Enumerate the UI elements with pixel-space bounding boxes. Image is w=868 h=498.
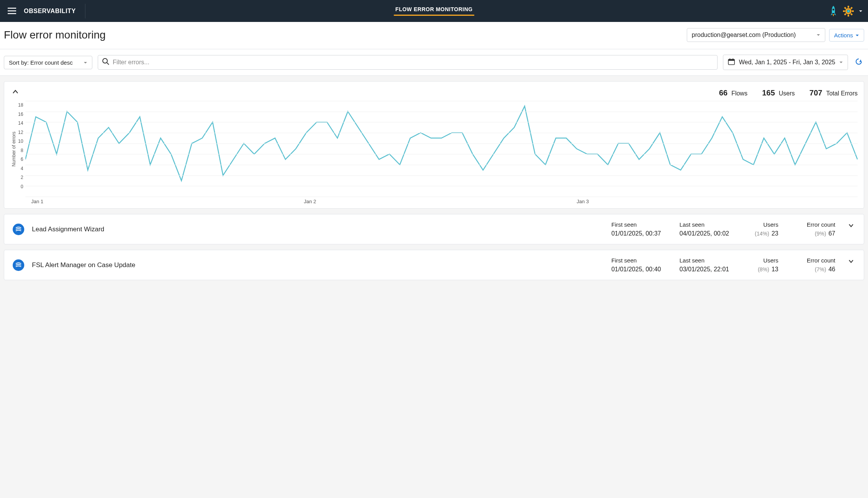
page-header: Flow error monitoring production@gearset… (0, 22, 868, 49)
users-value: 13 (771, 266, 778, 273)
stat-label: Users (779, 90, 795, 97)
date-range-label: Wed, Jan 1, 2025 - Fri, Jan 3, 2025 (739, 59, 835, 66)
chevron-down-icon (83, 59, 87, 66)
col-error-count-label: Error count (797, 257, 835, 264)
first-seen-value: 01/01/2025, 00:40 (611, 266, 661, 273)
org-selected-label: production@gearset.com (Production) (692, 32, 796, 38)
top-bar: OBSERVABILITY FLOW ERROR MONITORING (0, 0, 868, 22)
chart-card: 66 Flows 165 Users 707 Total Errors Numb… (4, 81, 864, 209)
flow-name: Lead Assignment Wizard (32, 226, 604, 233)
col-last-seen-label: Last seen (679, 257, 729, 264)
errors-pct: (9%) (815, 231, 826, 237)
collapse-button[interactable] (10, 87, 20, 99)
top-nav: FLOW ERROR MONITORING (394, 6, 474, 16)
last-seen-value: 03/01/2025, 22:01 (679, 266, 729, 273)
svg-rect-8 (852, 10, 854, 12)
errors-value: 46 (828, 266, 835, 273)
users-pct: (8%) (758, 266, 770, 272)
y-axis-ticks: 181614121086420 (17, 101, 25, 197)
actions-label: Actions (834, 32, 853, 38)
chart-body: Number of errors 181614121086420 (10, 101, 858, 197)
col-users-label: Users (748, 221, 778, 228)
errors-value: 67 (828, 230, 835, 237)
stat-total-errors: 707 Total Errors (810, 89, 858, 97)
col-first-seen-label: First seen (611, 221, 661, 228)
users-value: 23 (771, 230, 778, 237)
svg-point-3 (833, 8, 835, 10)
svg-point-13 (847, 10, 850, 12)
stat-value: 165 (762, 89, 775, 97)
svg-rect-6 (848, 15, 849, 17)
svg-line-15 (107, 63, 109, 65)
chart-header: 66 Flows 165 Users 707 Total Errors (10, 87, 858, 99)
flow-icon (13, 224, 24, 235)
users-pct: (14%) (755, 231, 769, 237)
svg-rect-1 (8, 10, 16, 12)
search-input[interactable] (110, 58, 713, 67)
svg-rect-12 (850, 13, 853, 15)
col-error-count-label: Error count (797, 221, 835, 228)
rocket-icon[interactable] (829, 5, 838, 17)
errors-pct: (7%) (815, 266, 826, 272)
refresh-button[interactable] (853, 56, 864, 69)
svg-rect-9 (850, 7, 853, 9)
svg-rect-18 (729, 58, 730, 60)
svg-rect-2 (8, 13, 16, 14)
sort-label: Sort by: Error count desc (9, 59, 73, 66)
plot-area (25, 101, 858, 197)
flow-row[interactable]: FSL Alert Manager on Case Update First s… (4, 250, 864, 280)
actions-button[interactable]: Actions (829, 29, 864, 42)
first-seen-value: 01/01/2025, 00:37 (611, 230, 661, 237)
account-chevron-down-icon[interactable] (859, 8, 863, 15)
expand-button[interactable] (847, 221, 855, 231)
svg-rect-11 (844, 7, 846, 9)
svg-point-14 (103, 58, 107, 63)
calendar-icon (728, 58, 735, 67)
expand-button[interactable] (847, 257, 855, 267)
x-axis-labels: Jan 1Jan 2Jan 3 (10, 199, 858, 204)
chevron-down-icon (839, 59, 843, 66)
content: 66 Flows 165 Users 707 Total Errors Numb… (0, 76, 868, 291)
stat-label: Flows (731, 90, 748, 97)
flow-name: FSL Alert Manager on Case Update (32, 261, 604, 269)
summary-stats: 66 Flows 165 Users 707 Total Errors (719, 89, 858, 97)
svg-rect-7 (843, 10, 845, 12)
stat-users: 165 Users (762, 89, 795, 97)
flow-columns: First seen 01/01/2025, 00:37 Last seen 0… (611, 221, 835, 237)
y-axis-label: Number of errors (10, 132, 17, 167)
svg-rect-5 (848, 6, 849, 8)
col-first-seen-label: First seen (611, 257, 661, 264)
svg-rect-0 (8, 8, 16, 9)
page-title: Flow error monitoring (4, 29, 687, 41)
col-users-label: Users (748, 257, 778, 264)
stat-value: 66 (719, 89, 728, 97)
search-icon (102, 58, 110, 67)
date-range-selector[interactable]: Wed, Jan 1, 2025 - Fri, Jan 3, 2025 (723, 55, 848, 70)
filter-bar: Sort by: Error count desc Wed, Jan 1, 20… (0, 49, 868, 76)
flow-list: Lead Assignment Wizard First seen 01/01/… (4, 214, 864, 286)
chevron-down-icon (816, 32, 820, 38)
svg-rect-17 (728, 59, 734, 61)
org-selector[interactable]: production@gearset.com (Production) (687, 28, 825, 42)
search-input-wrap[interactable] (98, 55, 718, 70)
stat-label: Total Errors (826, 90, 858, 97)
col-last-seen-label: Last seen (679, 221, 729, 228)
flow-icon (13, 259, 24, 271)
brand-label: OBSERVABILITY (24, 8, 76, 15)
sort-selector[interactable]: Sort by: Error count desc (4, 56, 92, 69)
tab-flow-error-monitoring[interactable]: FLOW ERROR MONITORING (394, 6, 474, 16)
last-seen-value: 04/01/2025, 00:02 (679, 230, 729, 237)
line-chart (25, 101, 858, 197)
menu-icon[interactable] (5, 5, 18, 17)
divider (85, 4, 85, 18)
stat-value: 707 (810, 89, 822, 97)
svg-rect-10 (844, 13, 846, 15)
stat-flows: 66 Flows (719, 89, 748, 97)
svg-rect-19 (733, 58, 733, 60)
gear-icon[interactable] (843, 5, 854, 17)
flow-columns: First seen 01/01/2025, 00:40 Last seen 0… (611, 257, 835, 273)
chevron-down-icon (855, 32, 859, 38)
flow-row[interactable]: Lead Assignment Wizard First seen 01/01/… (4, 214, 864, 244)
